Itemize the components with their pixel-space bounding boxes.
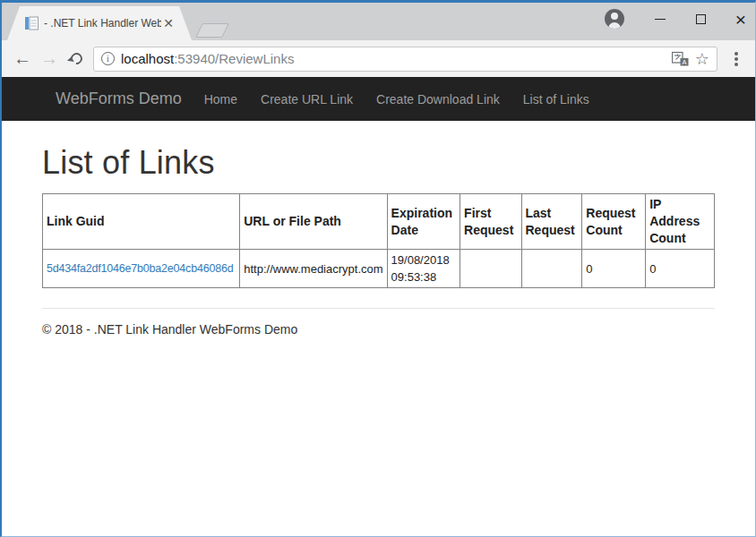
tab-close-icon[interactable]: ✕ [161,15,176,31]
browser-tab[interactable]: - .NET Link Handler WebF ✕ [7,6,192,40]
col-header-ip-address-count: IP Address Count [646,194,715,250]
browser-menu-icon[interactable] [725,46,748,72]
site-navbar: WebForms Demo Home Create URL Link Creat… [2,77,755,121]
forward-icon: → [36,46,63,72]
links-table: Link Guid URL or File Path Expiration Da… [42,193,715,288]
navbar-brand[interactable]: WebForms Demo [56,90,182,108]
address-bar[interactable]: i localhost:53940/ReviewLinks A ☆ [93,47,717,72]
bookmark-star-icon[interactable]: ☆ [695,51,709,67]
nav-item-create-url-link[interactable]: Create URL Link [249,92,365,107]
col-header-request-count: Request Count [582,194,646,250]
nav-item-create-download-link[interactable]: Create Download Link [365,92,511,107]
cell-last-request [521,250,582,288]
url-text[interactable]: localhost:53940/ReviewLinks [121,51,666,66]
table-row: 5d434fa2df1046e7b0ba2e04cb46086d http://… [43,250,715,288]
page-title: List of Links [42,144,715,182]
favicon-icon [25,16,39,30]
refresh-icon[interactable] [63,46,90,72]
maximize-button[interactable] [696,14,706,24]
minimize-button[interactable] [654,19,666,20]
cell-ip-address-count: 0 [646,250,715,288]
tab-strip: - .NET Link Handler WebF ✕ × [2,3,755,40]
svg-text:A: A [682,58,686,66]
browser-toolbar: ← → i localhost:53940/ReviewLinks A ☆ [2,40,755,77]
cell-link-guid: 5d434fa2df1046e7b0ba2e04cb46086d [43,250,240,288]
col-header-first-request: First Request [460,194,521,250]
page-content: List of Links Link Guid URL or File Path… [2,144,755,354]
col-header-last-request: Last Request [521,194,582,250]
table-header-row: Link Guid URL or File Path Expiration Da… [43,194,715,250]
back-icon[interactable]: ← [9,46,36,72]
link-guid-link[interactable]: 5d434fa2df1046e7b0ba2e04cb46086d [47,262,233,275]
col-header-expiration-date: Expiration Date [387,194,460,250]
nav-item-list-of-links[interactable]: List of Links [511,92,601,107]
nav-item-home[interactable]: Home [193,92,249,107]
new-tab-button[interactable] [195,23,229,38]
translate-icon[interactable]: A [672,51,689,66]
cell-expiration-date: 19/08/2018 09:53:38 [387,250,460,288]
col-header-link-guid: Link Guid [43,194,240,250]
footer-divider [42,308,715,309]
url-host: localhost [121,51,174,66]
cell-request-count: 0 [582,250,646,288]
cell-url-or-file-path: http://www.mediacrypt.com [240,250,387,288]
col-header-url-or-file-path: URL or File Path [240,194,387,250]
copyright-text: © 2018 - .NET Link Handler WebForms Demo [42,322,715,354]
page-info-icon[interactable]: i [101,52,115,65]
close-button[interactable]: × [735,10,746,29]
cell-first-request [460,250,521,288]
window-controls: × [605,5,746,32]
url-path: :53940/ReviewLinks [174,51,294,66]
browser-window: - .NET Link Handler WebF ✕ × ← → i local… [0,0,756,537]
profile-icon[interactable] [605,9,624,29]
tab-title: - .NET Link Handler WebF [44,17,161,30]
